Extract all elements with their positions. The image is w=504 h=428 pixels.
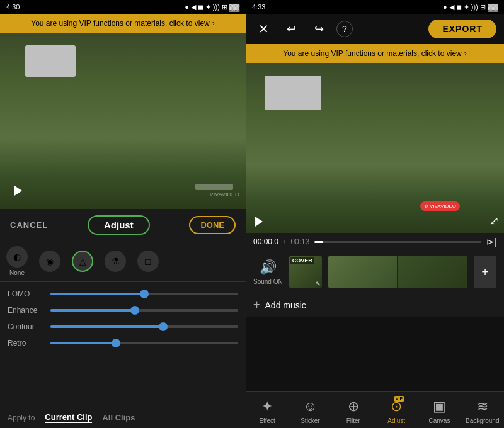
- filter-option-4[interactable]: ◻: [137, 251, 159, 272]
- filter-none-label: None: [9, 269, 25, 276]
- timeline-track[interactable]: [314, 241, 481, 243]
- toolbar-item-adjust[interactable]: ⊙ VIP Adjust: [377, 398, 415, 424]
- slider-contour: Contour: [0, 318, 246, 335]
- time-current: 00:00.0: [253, 237, 278, 246]
- cover-edit-icon: ✎: [316, 281, 321, 287]
- left-panel: 4:30 ● ◀ ◼ ✦ ))) ⊞ ▓▓ You are using VIP …: [0, 0, 246, 428]
- toolbar-item-filter[interactable]: ⊕ Filter: [335, 398, 372, 424]
- bottom-toolbar: ✦ Effect ☺ Sticker ⊕ Filter ⊙ VIP Adjust…: [246, 391, 504, 428]
- apply-row: Apply to Current Clip All Clips: [0, 407, 246, 428]
- slider-enhance-fill: [50, 309, 135, 312]
- apply-label: Apply to: [8, 414, 35, 422]
- sticker-label: Sticker: [301, 417, 320, 424]
- slider-lomo: LOMO: [0, 286, 246, 302]
- slider-enhance-thumb: [130, 306, 139, 315]
- sound-control[interactable]: 🔊 Sound ON: [253, 259, 283, 285]
- cover-thumbnail[interactable]: COVER ✎: [289, 256, 322, 288]
- redo-button[interactable]: ↪: [309, 19, 329, 39]
- play-button-left[interactable]: [9, 182, 27, 200]
- slider-contour-track[interactable]: [50, 325, 238, 328]
- status-bar-left: 4:30 ● ◀ ◼ ✦ ))) ⊞ ▓▓: [0, 0, 246, 14]
- toolbar-item-background[interactable]: ≋ Background: [464, 398, 501, 424]
- sticker-icon: ☺: [303, 398, 317, 415]
- help-button[interactable]: ?: [336, 21, 353, 37]
- cancel-button[interactable]: CANCEL: [10, 220, 48, 230]
- filter-option-3[interactable]: ⚗: [105, 251, 126, 272]
- slider-retro-thumb: [112, 339, 120, 347]
- apply-all-clips[interactable]: All Clips: [102, 413, 135, 422]
- add-clip-button[interactable]: +: [474, 256, 496, 288]
- top-nav: ✕ ↩ ↪ ? EXPORT: [246, 14, 504, 44]
- toolbar-item-canvas[interactable]: ▣ Canvas: [420, 398, 458, 424]
- timeline-bar: 00:00.0 / 00:13 ⊳|: [246, 233, 504, 251]
- slider-retro-track[interactable]: [50, 342, 238, 344]
- add-music-row[interactable]: + Add music: [246, 293, 504, 317]
- vip-banner-text-left: You are using VIP functions or materials…: [31, 19, 209, 28]
- status-icons-left: ● ◀ ◼ ✦ ))) ⊞ ▓▓: [185, 3, 239, 11]
- adjust-active-button[interactable]: Adjust: [88, 215, 150, 235]
- play-icon-right: [255, 217, 263, 227]
- filter-icons-row: ◐ None ◉ △ ⚗ ◻: [0, 241, 246, 282]
- cover-label: COVER: [290, 257, 314, 264]
- effect-icon: ✦: [261, 398, 273, 415]
- video-preview-right: ⊗ VIVAVIDEO ⤢: [246, 63, 504, 233]
- vip-banner-left[interactable]: You are using VIP functions or materials…: [0, 14, 246, 33]
- vip-banner-arrow-right: ›: [464, 49, 467, 58]
- filter-icon-2: △: [72, 251, 93, 272]
- close-button[interactable]: ✕: [253, 19, 273, 39]
- slider-lomo-fill: [50, 293, 144, 295]
- slider-enhance-label: Enhance: [8, 306, 44, 315]
- export-button[interactable]: EXPORT: [428, 20, 496, 38]
- vip-banner-arrow-left: ›: [212, 19, 215, 28]
- fullscreen-button[interactable]: ⤢: [490, 214, 499, 228]
- status-icons-right: ● ◀ ◼ ✦ ))) ⊞ ▓▓: [443, 3, 498, 11]
- timeline-progress: [314, 241, 323, 243]
- filter-option-1[interactable]: ◉: [39, 251, 60, 272]
- vip-banner-right[interactable]: You are using VIP functions or materials…: [246, 44, 504, 63]
- filter-icon: ⊕: [348, 398, 359, 415]
- status-time-left: 4:30: [6, 3, 20, 11]
- watermark-badge-right: ⊗ VIVAVIDEO: [420, 201, 460, 211]
- slider-lomo-thumb: [140, 290, 149, 298]
- slider-retro-fill: [50, 342, 116, 344]
- sound-icon: 🔊: [260, 259, 277, 276]
- slider-lomo-track[interactable]: [50, 293, 238, 295]
- add-music-label: Add music: [265, 300, 306, 310]
- canvas-label: Canvas: [429, 417, 450, 424]
- filter-label: Filter: [346, 417, 360, 424]
- undo-button[interactable]: ↩: [281, 19, 301, 39]
- done-button[interactable]: DONE: [189, 216, 236, 234]
- right-panel: 4:33 ● ◀ ◼ ✦ ))) ⊞ ▓▓ ✕ ↩ ↪ ? EXPORT You…: [246, 0, 504, 428]
- filter-none-icon: ◐: [6, 246, 28, 268]
- adjust-toolbar: CANCEL Adjust DONE: [0, 209, 246, 241]
- video-frame-right: [246, 63, 504, 233]
- video-frame-left: [0, 33, 246, 209]
- timeline-end-icon: ⊳|: [486, 237, 496, 247]
- toolbar-item-effect[interactable]: ✦ Effect: [248, 398, 286, 424]
- filter-none[interactable]: ◐ None: [6, 246, 28, 276]
- slider-enhance-track[interactable]: [50, 309, 238, 312]
- background-icon: ≋: [477, 398, 488, 415]
- sliders-section: LOMO Enhance Contour Retro: [0, 282, 246, 407]
- slider-contour-fill: [50, 325, 163, 328]
- time-separator: /: [284, 237, 285, 246]
- video-strip[interactable]: [328, 256, 467, 288]
- slider-lomo-label: LOMO: [8, 290, 44, 298]
- filter-option-2-active[interactable]: △: [72, 251, 93, 272]
- play-button-right[interactable]: [255, 217, 263, 227]
- background-label: Background: [466, 417, 499, 424]
- sound-label: Sound ON: [253, 278, 283, 285]
- slider-contour-thumb: [159, 322, 168, 331]
- slider-retro: Retro: [0, 335, 246, 351]
- toolbar-item-sticker[interactable]: ☺ Sticker: [291, 398, 329, 424]
- strip-segment-1: [328, 256, 398, 288]
- filter-icon-4: ◻: [137, 251, 159, 272]
- slider-retro-label: Retro: [8, 339, 44, 347]
- strip-segment-2: [398, 256, 467, 288]
- status-time-right: 4:33: [252, 3, 265, 11]
- video-preview-left: VIVAVIDEO: [0, 33, 246, 209]
- apply-current-clip[interactable]: Current Clip: [45, 412, 92, 423]
- nav-left-icons: ✕ ↩ ↪ ?: [253, 19, 353, 39]
- media-row: 🔊 Sound ON COVER ✎ +: [246, 251, 504, 293]
- time-total: 00:13: [290, 237, 309, 246]
